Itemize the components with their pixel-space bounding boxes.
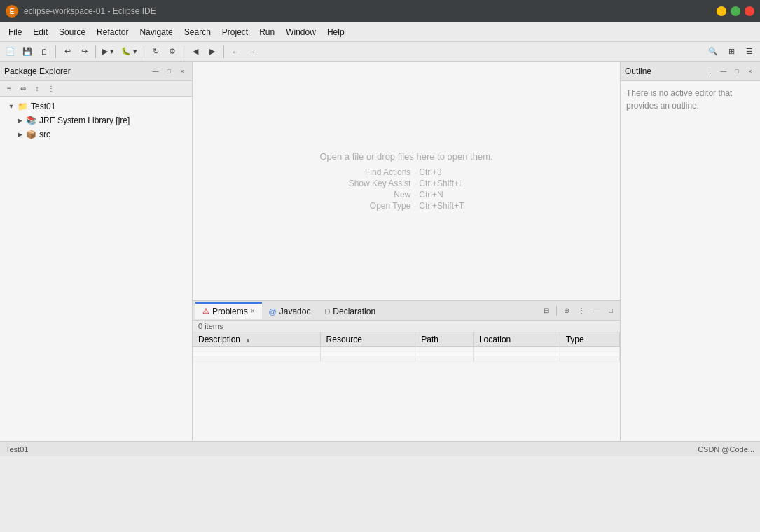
bottom-maximize-btn[interactable]: □ <box>604 304 617 317</box>
toolbar-quick-access-btn[interactable]: ☰ <box>742 44 757 59</box>
toolbar-sep-1 <box>55 46 56 58</box>
close-button[interactable] <box>745 6 754 16</box>
cell-location <box>473 352 560 357</box>
cell-desc <box>193 347 320 352</box>
src-icon: 📦 <box>25 129 36 140</box>
cell-path <box>415 352 474 357</box>
search-button[interactable]: 🔍 <box>705 44 721 59</box>
toolbar-undo-btn[interactable]: ↩ <box>60 44 75 59</box>
status-left: Test01 <box>6 445 28 454</box>
link-with-editor-btn[interactable]: ⇔ <box>17 83 29 95</box>
tab-problems-close[interactable]: × <box>251 307 255 315</box>
collapse-all-btn[interactable]: ≡ <box>3 83 15 95</box>
package-explorer-minimize-btn[interactable]: — <box>150 66 161 77</box>
col-resource-label: Resource <box>326 335 362 344</box>
tab-problems-label: Problems <box>212 307 248 316</box>
toolbar-save-all-btn[interactable]: 🗒 <box>36 44 52 59</box>
title-bar: E eclipse-workspace-01 - Eclipse IDE <box>0 0 760 22</box>
bottom-minimize-btn[interactable]: — <box>590 304 602 317</box>
package-explorer-close-btn[interactable]: × <box>177 66 188 77</box>
bottom-sep <box>556 306 557 316</box>
package-explorer-maximize-btn[interactable]: □ <box>163 66 174 77</box>
tab-problems[interactable]: ⚠ Problems × <box>195 302 262 319</box>
col-type[interactable]: Type <box>560 332 619 347</box>
menu-run[interactable]: Run <box>254 24 280 40</box>
bottom-filter-btn[interactable]: ⊟ <box>540 304 553 317</box>
menu-refactor[interactable]: Refactor <box>91 24 134 40</box>
project-icon: 📁 <box>17 101 28 112</box>
cell-location <box>473 357 560 362</box>
toolbar-prev-btn[interactable]: ◀ <box>188 44 203 59</box>
outline-content: There is no active editor that provides … <box>621 81 760 441</box>
cell-path <box>415 357 474 362</box>
tab-javadoc-label: Javadoc <box>279 307 311 316</box>
toolbar-sep-5 <box>223 46 224 58</box>
menu-edit[interactable]: Edit <box>27 24 53 40</box>
col-description-label: Description <box>198 335 240 344</box>
outline-controls: ⋮ — □ × <box>705 66 756 77</box>
col-path[interactable]: Path <box>415 332 474 347</box>
toolbar: 📄 💾 🗒 ↩ ↪ ▶ ▾ 🐛 ▾ ↻ ⚙ ◀ ▶ ← → 🔍 ⊞ ☰ <box>0 42 760 62</box>
toolbar-refresh-btn[interactable]: ↻ <box>148 44 163 59</box>
toolbar-sep-3 <box>144 46 144 58</box>
outline-toolbar-btn[interactable]: ⋮ <box>705 66 716 77</box>
package-explorer-controls: — □ × <box>150 66 188 77</box>
toolbar-redo-btn[interactable]: ↪ <box>76 44 92 59</box>
expand-icon-test01[interactable]: ▼ <box>7 102 15 111</box>
toolbar-back-btn[interactable]: ← <box>228 44 243 59</box>
outline-close-btn[interactable]: × <box>745 66 756 77</box>
maximize-button[interactable] <box>731 6 740 16</box>
toolbar-debug-dropdown[interactable]: 🐛 ▾ <box>118 46 140 57</box>
main-layout: Package Explorer — □ × ≡ ⇔ ↕ ⋮ ▼ 📁 Test0… <box>0 62 760 441</box>
col-resource[interactable]: Resource <box>320 332 415 347</box>
status-right: CSDN @Code... <box>698 445 754 454</box>
menu-help[interactable]: Help <box>322 24 350 40</box>
tree-item-jre[interactable]: ▶ 📚 JRE System Library [jre] <box>0 113 192 127</box>
expand-icon-src[interactable]: ▶ <box>15 130 24 139</box>
tab-javadoc[interactable]: @ Javadoc <box>262 302 318 319</box>
tree-item-test01[interactable]: ▼ 📁 Test01 <box>0 99 192 113</box>
menu-file[interactable]: File <box>3 24 27 40</box>
package-explorer-panel: Package Explorer — □ × ≡ ⇔ ↕ ⋮ ▼ 📁 Test0… <box>0 62 193 441</box>
menu-navigate[interactable]: Navigate <box>134 24 178 40</box>
toolbar-run-dropdown[interactable]: ▶ ▾ <box>99 46 117 57</box>
toolbar-save-btn[interactable]: 💾 <box>20 44 35 59</box>
editor-drop-hint: Open a file or drop files here to open t… <box>319 151 492 162</box>
col-description[interactable]: Description ▲ <box>193 332 320 347</box>
menu-search[interactable]: Search <box>179 24 216 40</box>
bottom-tabs-bar: ⚠ Problems × @ Javadoc D Declaration ⊟ <box>193 301 620 321</box>
toolbar-perspective-btn[interactable]: ⊞ <box>724 44 739 59</box>
toolbar-next-btn[interactable]: ▶ <box>205 44 220 59</box>
menu-source[interactable]: Source <box>53 24 91 40</box>
window-title: eclipse-workspace-01 - Eclipse IDE <box>24 6 717 16</box>
items-count: 0 items <box>193 321 620 332</box>
menu-bar: File Edit Source Refactor Navigate Searc… <box>0 22 760 42</box>
col-location[interactable]: Location <box>473 332 560 347</box>
package-explorer-header: Package Explorer — □ × <box>0 62 192 81</box>
tab-declaration[interactable]: D Declaration <box>317 302 382 319</box>
toolbar-forward-btn[interactable]: → <box>244 44 260 59</box>
menu-project[interactable]: Project <box>216 24 254 40</box>
outline-minimize-btn[interactable]: — <box>718 66 729 77</box>
tree-label-src: src <box>39 130 50 139</box>
explorer-sync-btn[interactable]: ↕ <box>31 83 43 95</box>
toolbar-build-btn[interactable]: ⚙ <box>165 44 180 59</box>
cell-desc <box>193 357 320 362</box>
cell-resource <box>320 357 415 362</box>
package-explorer-toolbar: ≡ ⇔ ↕ ⋮ <box>0 81 192 97</box>
shortcut-new-label: New <box>349 190 411 200</box>
minimize-button[interactable] <box>717 6 726 16</box>
menu-window[interactable]: Window <box>280 24 322 40</box>
table-row <box>193 357 620 362</box>
explorer-more-btn[interactable]: ⋮ <box>45 83 57 95</box>
cell-type <box>560 357 619 362</box>
toolbar-new-btn[interactable]: 📄 <box>3 44 18 59</box>
editor-area[interactable]: Open a file or drop files here to open t… <box>193 62 620 301</box>
bottom-sync-btn[interactable]: ⊕ <box>560 304 573 317</box>
tree-label-jre: JRE System Library [jre] <box>39 115 130 125</box>
outline-maximize-btn[interactable]: □ <box>731 66 742 77</box>
bottom-more-btn[interactable]: ⋮ <box>575 304 588 317</box>
tree-item-src[interactable]: ▶ 📦 src <box>0 127 192 141</box>
expand-icon-jre[interactable]: ▶ <box>15 116 24 125</box>
outline-message: There is no active editor that provides … <box>626 88 732 111</box>
